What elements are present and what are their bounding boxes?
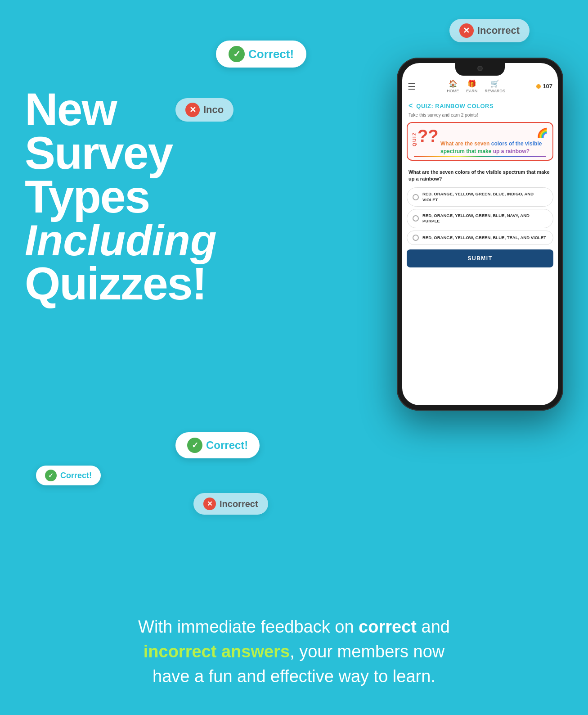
quiz-header: < QUIZ: RAINBOW COLORS <box>402 97 558 113</box>
points-value: 107 <box>543 83 552 90</box>
radio-option-2[interactable]: RED, ORANGE, YELLOW, GREEN, BLUE, NAVY, … <box>407 209 553 228</box>
phone-camera <box>477 66 483 71</box>
card-q-line1: What are the seven <box>440 140 491 147</box>
bottom-line3: have a fun and effective way to learn. <box>27 664 561 689</box>
radio-circle-2 <box>413 215 419 222</box>
rewards-icon: 🛒 <box>490 79 499 88</box>
quiz-card-question: What are the seven colors of the visible… <box>440 140 548 155</box>
hero-line4: Including <box>25 219 277 262</box>
badge-top-right: ✕ Incorrect <box>449 19 530 42</box>
incorrect-icon-bottom: ✕ <box>203 498 216 510</box>
phone-screen: ☰ 🏠 HOME 🎁 EARN 🛒 REWARDS <box>402 63 558 405</box>
nav-rewards-label: REWARDS <box>485 89 505 93</box>
nav-earn-label: EARN <box>466 89 477 93</box>
bottom-part1: With immediate feedback on <box>138 617 359 636</box>
radio-option-3[interactable]: RED, ORANGE, YELLOW, GREEN, BLUE, TEAL, … <box>407 231 553 245</box>
badge-bottom-left: ✓ Correct! <box>36 466 101 485</box>
radio-text-3: RED, ORANGE, YELLOW, GREEN, BLUE, TEAL, … <box>422 235 546 240</box>
submit-button[interactable]: SUBMIT <box>407 249 553 267</box>
card-q-line3: spectrum that make <box>440 148 493 154</box>
quiz-card-divider <box>414 156 546 157</box>
badge-bottom-center-label: Incorrect <box>220 499 258 509</box>
nav-home-label: HOME <box>447 89 459 93</box>
card-q-line2: colors of the visible <box>491 140 542 147</box>
nav-earn[interactable]: 🎁 EARN <box>466 79 477 93</box>
hamburger-icon[interactable]: ☰ <box>408 81 416 92</box>
quiz-subtitle: Take this survey and earn 2 points! <box>402 113 558 122</box>
bottom-description: With immediate feedback on correct and i… <box>0 615 588 689</box>
back-button[interactable]: < <box>408 102 413 110</box>
badge-top-center: ✓ Correct! <box>216 41 306 68</box>
correct-icon-bottom-large: ✓ <box>187 438 202 453</box>
bottom-part3: , your members now <box>290 642 444 661</box>
quiz-label: QUIZ <box>412 132 417 146</box>
quiz-title: QUIZ: RAINBOW COLORS <box>416 103 494 109</box>
badge-bottom-left-label: Correct! <box>60 471 92 480</box>
main-question: What are the seven colors of the visible… <box>402 165 558 186</box>
quiz-card: QUIZ ?? 🌈 What are the seven colors of t… <box>407 122 553 161</box>
quiz-card-right: 🌈 What are the seven colors of the visib… <box>440 127 548 155</box>
earn-icon: 🎁 <box>467 79 476 88</box>
radio-circle-1 <box>413 194 419 200</box>
bottom-line1: With immediate feedback on correct and <box>27 615 561 639</box>
incorrect-icon: ✕ <box>459 23 474 38</box>
quiz-card-left: QUIZ ?? <box>412 127 437 145</box>
badge-bottom-large-label: Correct! <box>206 439 248 452</box>
nav-home[interactable]: 🏠 HOME <box>447 79 459 93</box>
bottom-part2: and <box>417 617 450 636</box>
badge-bottom-large: ✓ Correct! <box>175 432 260 458</box>
radio-text-2: RED, ORANGE, YELLOW, GREEN, BLUE, NAVY, … <box>422 213 548 224</box>
badge-top-center-label: Correct! <box>248 47 294 61</box>
question-marks: ?? <box>417 127 437 145</box>
hero-line3: Types <box>25 175 277 219</box>
correct-icon-bottom-left: ✓ <box>45 470 57 481</box>
radio-text-1: RED, ORANGE, YELLOW, GREEN, BLUE, INDIGO… <box>422 191 548 203</box>
bottom-bold-correct: correct <box>359 617 417 636</box>
hero-text: New Survey Types Including Quizzes! <box>25 88 277 306</box>
radio-option-1[interactable]: RED, ORANGE, YELLOW, GREEN, BLUE, INDIGO… <box>407 187 553 207</box>
badge-top-right-label: Incorrect <box>477 25 520 36</box>
hero-line2: Survey <box>25 131 277 175</box>
nav-items: 🏠 HOME 🎁 EARN 🛒 REWARDS <box>447 79 505 93</box>
phone: ☰ 🏠 HOME 🎁 EARN 🛒 REWARDS <box>397 58 563 411</box>
nav-rewards[interactable]: 🛒 REWARDS <box>485 79 505 93</box>
bottom-line3-text: have a fun and effective way to learn. <box>153 667 435 686</box>
points-dot <box>536 84 541 89</box>
nav-points: 107 <box>536 83 552 90</box>
badge-bottom-center: ✕ Incorrect <box>193 493 268 515</box>
hero-line5: Quizzes! <box>25 262 277 306</box>
phone-outer: ☰ 🏠 HOME 🎁 EARN 🛒 REWARDS <box>397 58 563 411</box>
rainbow-icon: 🌈 <box>440 127 548 138</box>
bottom-green-incorrect: incorrect answers <box>144 642 290 661</box>
bottom-line2: incorrect answers, your members now <box>27 639 561 664</box>
radio-circle-3 <box>413 235 419 241</box>
card-q-line4: up a rainbow? <box>493 148 530 154</box>
hero-line1: New <box>25 88 277 131</box>
correct-icon-top: ✓ <box>229 46 245 62</box>
home-icon: 🏠 <box>449 79 458 88</box>
